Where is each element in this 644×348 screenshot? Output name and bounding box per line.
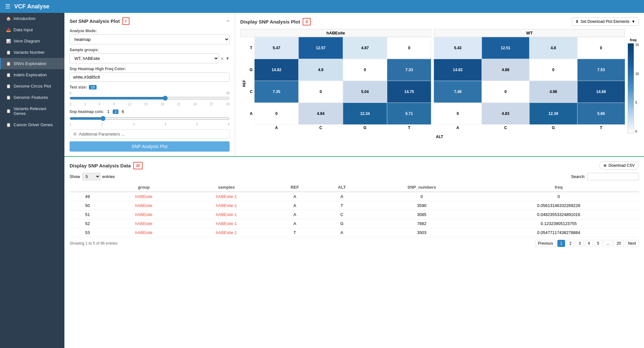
content-area: Set SNP Analysis Plot I − Analyse Mode: … — [64, 13, 644, 348]
download-csv-btn[interactable]: ⊕ Download CSV — [599, 161, 639, 170]
show-label: Show — [70, 174, 80, 179]
sidebar-item-cancer-driver-genes[interactable]: 📋 Cancer Driver Genes — [0, 119, 64, 130]
heatmap2-grid: 5.43 12.51 4.8 0 14.82 4.88 0 — [434, 37, 625, 130]
multi-dropdown-icon[interactable]: ▼ — [225, 56, 230, 61]
row-label-c-1: C — [248, 81, 254, 103]
additional-params-btn[interactable]: ⚙ Additional Parameters ... — [70, 129, 230, 139]
vrg-icon: 📋 — [6, 109, 11, 113]
indels-icon: 📋 — [6, 73, 11, 77]
analyse-mode-select[interactable]: heatmap barplot scatter — [70, 34, 230, 44]
snp-cols-label: Snp heatmap cols: — [70, 109, 104, 114]
cell-ref: A — [271, 201, 319, 210]
cell-a-c-1: 4.84 — [298, 103, 343, 125]
cell2-c-a: 7.49 — [434, 81, 481, 103]
sidebar-item-indels-exploration[interactable]: 📋 Indels Exploration — [0, 69, 64, 80]
gear-icon: ⚙ — [73, 132, 77, 136]
next-btn[interactable]: Next — [625, 240, 639, 247]
sidebar-item-snvs-exploration[interactable]: 📋 SNVs Exploration — [0, 58, 64, 69]
heatmaps-row: hABEsite REF T 5.47 12.57 4.87 0 — [240, 29, 639, 133]
cell2-c-g: 4.98 — [529, 81, 577, 103]
sidebar-label-indels-exploration: Indels Exploration — [14, 72, 47, 77]
page-3-btn[interactable]: 3 — [576, 240, 584, 247]
cell-group: hABEsite — [106, 219, 182, 228]
cell-alt: C — [319, 210, 365, 219]
cell-c-c-1: 0 — [298, 81, 343, 103]
heatmap2-row-a: 0 4.83 12.39 5.66 — [434, 103, 625, 125]
page-1-btn[interactable]: 1 — [557, 240, 565, 247]
display-snp-panel: Display SNP Analysis Plot II ⬇ Set Downl… — [235, 13, 644, 156]
download-plot-label: Set Download Plot Elements — [581, 19, 630, 24]
cell-c-t-1: 14.75 — [387, 81, 431, 103]
sample-groups-select[interactable]: WT, hABEsite — [70, 53, 219, 63]
minimize-icon[interactable]: − — [226, 18, 230, 24]
entries-label: entries — [102, 174, 115, 179]
heatmap-legend: freq 15 10 5 0 — [628, 29, 639, 133]
sidebar-item-variants-relevant-genes[interactable]: 📋 Variants Relevant Genes — [0, 103, 64, 119]
snp-analysis-plot-button[interactable]: SNP Analysis Plot — [70, 141, 230, 152]
genomic-icon: 📋 — [6, 95, 11, 100]
sidebar-item-variants-number[interactable]: 📋 Variants Number — [0, 47, 64, 58]
page-20-btn[interactable]: 20 — [614, 240, 624, 247]
showing-text: Showing 1 to 5 of 96 entries — [70, 241, 118, 246]
sidebar-label-genomic-features: Genomic Features — [14, 95, 48, 100]
sidebar-item-venn-diagram[interactable]: 📊 Venn Diagram — [0, 35, 64, 47]
top-panel: Set SNP Analysis Plot I − Analyse Mode: … — [64, 13, 644, 157]
sidebar-item-genome-circos-plot[interactable]: 📋 Genome Circos Plot — [0, 80, 64, 92]
sidebar-item-data-input[interactable]: 📤 Data Input — [0, 24, 64, 35]
cell-ref: T — [271, 228, 319, 237]
snp-cols-group: Snp heatmap cols: 1 2 6 1 2 3 4 5 — [70, 109, 230, 126]
ref-label-1: REF — [240, 37, 248, 130]
cell-alt: T — [319, 201, 365, 210]
cell-snp-numbers: 3590 — [365, 201, 478, 210]
heatmap2-row-c: 7.49 0 4.98 14.68 — [434, 81, 625, 103]
col-header-samples: samples — [182, 183, 271, 192]
multi-clear-icon[interactable]: ✕ — [220, 56, 224, 61]
snp-cols-min-val: 1 — [107, 109, 109, 114]
menu-icon[interactable]: ☰ — [5, 3, 10, 10]
cell-alt: A — [319, 228, 365, 237]
entries-select[interactable]: 5 10 25 50 100 — [82, 173, 100, 180]
heatmap1-row-c: C 7.35 0 5.04 14.75 — [248, 81, 431, 103]
page-4-btn[interactable]: 4 — [585, 240, 593, 247]
cell-samples: hABEsite-1 — [182, 210, 271, 219]
snp-cols-slider[interactable] — [70, 116, 230, 121]
app-header: ☰ VCF Analyse — [0, 0, 644, 13]
cell-ref: A — [271, 192, 319, 201]
text-size-slider[interactable] — [70, 96, 230, 101]
app-title: VCF Analyse — [14, 3, 49, 10]
page-5-btn[interactable]: 5 — [594, 240, 602, 247]
legend-labels: 15 10 5 0 — [635, 43, 639, 133]
cell-ref: A — [271, 219, 319, 228]
prev-btn[interactable]: Previous — [535, 240, 556, 247]
search-label: Search: — [571, 174, 585, 179]
display-snp-title: Display SNP Analysis Plot — [240, 19, 300, 24]
set-snp-title: Set SNP Analysis Plot — [70, 18, 120, 24]
sidebar-item-introduction[interactable]: 🏠 Introduction — [0, 13, 64, 24]
variants-num-icon: 📋 — [6, 50, 11, 55]
cell2-t-a: 5.43 — [434, 37, 481, 59]
cell2-a-a: 0 — [434, 103, 481, 125]
cell2-t-c: 12.51 — [482, 37, 529, 59]
snp-high-freq-input[interactable] — [70, 72, 230, 82]
sidebar-item-genomic-features[interactable]: 📋 Genomic Features — [0, 92, 64, 103]
cell-rownum: 51 — [70, 210, 106, 219]
cell-a-t-1: 5.71 — [387, 103, 431, 125]
download-plot-btn[interactable]: ⬇ Set Download Plot Elements ▼ — [572, 17, 639, 26]
search-input[interactable] — [587, 173, 639, 180]
heatmap2-row-t: 5.43 12.51 4.8 0 — [434, 37, 625, 59]
heatmap2-row-g: 14.82 4.88 0 7.53 — [434, 59, 625, 81]
cell-t-t-1: 0 — [387, 37, 431, 59]
cell-t-c-1: 12.57 — [298, 37, 343, 59]
page-2-btn[interactable]: 2 — [566, 240, 574, 247]
table-header-row: group samples REF ALT SNP_numbers freq — [70, 183, 639, 192]
legend-bar-row: 15 10 5 0 — [628, 43, 639, 133]
cell-rownum: 53 — [70, 228, 106, 237]
cell-alt: G — [319, 219, 365, 228]
heatmap1-title: hABEsite — [240, 29, 431, 37]
table-controls: Show 5 10 25 50 100 entries Search: — [70, 173, 639, 180]
set-snp-panel-header: Set SNP Analysis Plot I − — [70, 17, 230, 25]
sidebar-label-introduction: Introduction — [14, 16, 35, 21]
cell-snp-numbers: 0 — [365, 192, 478, 201]
col-header-freq: freq — [478, 183, 639, 192]
cell2-t-g: 4.8 — [529, 37, 577, 59]
